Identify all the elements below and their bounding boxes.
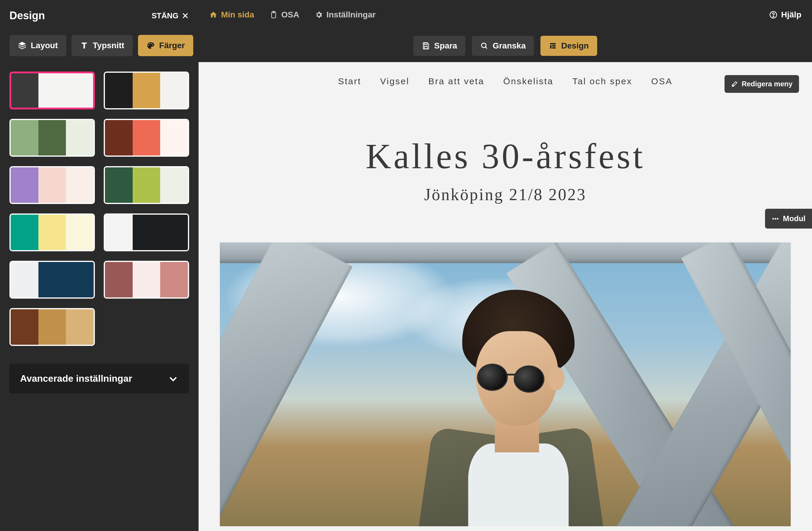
color-swatch-5[interactable] [104, 166, 189, 204]
clipboard-icon [270, 11, 278, 19]
advanced-settings-label: Avancerade inställningar [20, 373, 132, 384]
module-button[interactable]: Modul [765, 209, 812, 228]
svg-rect-3 [273, 11, 275, 13]
svg-rect-7 [425, 46, 427, 49]
tab-layout[interactable]: Layout [10, 35, 66, 56]
sidebar-title: Design [10, 10, 45, 22]
svg-point-13 [777, 218, 778, 219]
color-swatch-0[interactable] [10, 72, 95, 109]
search-icon [480, 42, 489, 50]
color-swatch-8[interactable] [10, 261, 95, 298]
color-swatch-10[interactable] [10, 308, 95, 346]
color-swatch-6[interactable] [10, 213, 95, 251]
svg-point-8 [482, 43, 486, 47]
save-icon [422, 42, 430, 50]
help-label: Hjälp [781, 10, 801, 19]
gear-icon [315, 11, 323, 19]
font-icon [80, 41, 89, 50]
tab-typography-label: Typsnitt [93, 41, 125, 50]
tab-layout-label: Layout [31, 41, 58, 50]
svg-point-11 [772, 218, 774, 219]
site-nav-item-2[interactable]: Bra att veta [428, 76, 484, 86]
svg-rect-10 [732, 85, 734, 86]
chevron-down-icon [168, 374, 178, 384]
top-nav-left: Min sida OSA Inställningar [209, 10, 376, 19]
svg-line-9 [485, 47, 487, 49]
nav-settings-label: Inställningar [327, 10, 376, 19]
color-swatch-4[interactable] [10, 166, 95, 204]
nav-settings[interactable]: Inställningar [315, 10, 376, 19]
home-icon [209, 11, 217, 19]
hero-title: Kalles 30-årsfest [199, 136, 812, 177]
design-sidebar: Design STÄNG Layout Typsnitt Färger [0, 0, 199, 531]
top-nav: Min sida OSA Inställningar Hjälp [199, 0, 812, 30]
site-nav-item-4[interactable]: Tal och spex [572, 76, 632, 86]
save-button[interactable]: Spara [414, 36, 465, 56]
svg-point-5 [773, 16, 773, 17]
nav-rsvp[interactable]: OSA [270, 10, 299, 19]
sidebar-header: Design STÄNG [10, 10, 189, 22]
edit-icon [731, 81, 738, 87]
color-swatch-1[interactable] [104, 72, 189, 109]
tab-typography[interactable]: Typsnitt [72, 35, 133, 56]
svg-point-12 [775, 218, 776, 219]
help-link[interactable]: Hjälp [769, 10, 801, 19]
color-swatch-9[interactable] [104, 261, 189, 298]
design-button[interactable]: Design [540, 36, 597, 56]
hero-image-person [403, 272, 616, 526]
design-label: Design [561, 41, 589, 51]
design-icon [549, 42, 557, 50]
edit-menu-button[interactable]: Redigera meny [725, 75, 799, 93]
hero-subtitle: Jönköping 21/8 2023 [199, 185, 812, 204]
color-swatch-3[interactable] [104, 119, 189, 157]
save-label: Spara [434, 41, 457, 51]
edit-menu-label: Redigera meny [742, 80, 793, 88]
hero-text: Kalles 30-årsfest Jönköping 21/8 2023 [199, 136, 812, 204]
nav-my-page-label: Min sida [221, 10, 254, 19]
advanced-settings-toggle[interactable]: Avancerade inställningar [10, 364, 189, 393]
palette-icon [146, 41, 155, 50]
preview-canvas: Start Vigsel Bra att veta Önskelista Tal… [199, 62, 812, 531]
site-nav-item-0[interactable]: Start [338, 76, 361, 86]
dots-icon [771, 215, 779, 223]
color-swatch-2[interactable] [10, 119, 95, 157]
close-label: STÄNG [151, 11, 178, 20]
action-bar: Spara Granska Design [199, 30, 812, 62]
site-nav-item-5[interactable]: OSA [651, 76, 672, 86]
site-nav: Start Vigsel Bra att veta Önskelista Tal… [199, 62, 812, 100]
layers-icon [18, 41, 27, 50]
site-nav-item-3[interactable]: Önskelista [503, 76, 553, 86]
close-button[interactable]: STÄNG [151, 11, 189, 20]
site-nav-item-1[interactable]: Vigsel [380, 76, 409, 86]
preview-label: Granska [493, 41, 526, 51]
design-tabs: Layout Typsnitt Färger [10, 35, 189, 56]
main-area: Min sida OSA Inställningar Hjälp Spara G… [199, 0, 812, 531]
hero-image[interactable] [220, 242, 791, 526]
tab-colors-label: Färger [159, 41, 185, 50]
nav-my-page[interactable]: Min sida [209, 10, 254, 19]
nav-rsvp-label: OSA [281, 10, 299, 19]
tab-colors[interactable]: Färger [138, 35, 193, 56]
svg-rect-6 [425, 43, 427, 45]
close-icon [182, 12, 189, 19]
help-icon [769, 10, 778, 19]
module-label: Modul [783, 214, 806, 223]
color-swatch-lastrow [10, 308, 189, 346]
preview-button[interactable]: Granska [472, 36, 534, 56]
color-swatch-7[interactable] [104, 213, 189, 251]
color-swatch-grid [10, 72, 189, 298]
